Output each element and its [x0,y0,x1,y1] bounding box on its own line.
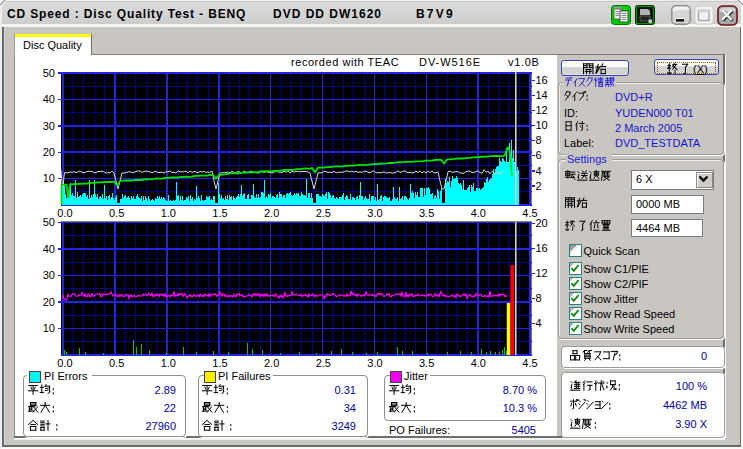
svg-text:4: 4 [536,165,542,177]
svg-text:0.0: 0.0 [57,357,72,369]
svg-text:8: 8 [536,292,542,304]
svg-text:3.5: 3.5 [419,207,434,219]
svg-text:DV-W516E: DV-W516E [419,56,481,68]
svg-text:10: 10 [43,322,55,334]
svg-text:10: 10 [43,172,55,184]
svg-text:16: 16 [536,74,548,86]
svg-text:3.0: 3.0 [367,357,382,369]
svg-text:30: 30 [43,120,55,132]
svg-text:8: 8 [536,134,542,146]
svg-text:3.0: 3.0 [367,207,382,219]
svg-text:0.5: 0.5 [109,207,124,219]
svg-text:1.0: 1.0 [161,357,176,369]
svg-text:1.0: 1.0 [161,207,176,219]
svg-text:0.5: 0.5 [109,357,124,369]
svg-text:40: 40 [43,93,55,105]
svg-text:6: 6 [536,149,542,161]
svg-text:30: 30 [43,269,55,281]
svg-text:2.5: 2.5 [316,357,331,369]
svg-text:2.0: 2.0 [264,207,279,219]
svg-text:2: 2 [536,180,542,192]
svg-text:0.0: 0.0 [57,207,72,219]
svg-text:4.5: 4.5 [522,207,537,219]
svg-text:10: 10 [536,119,548,131]
svg-text:4: 4 [536,317,542,329]
svg-text:50: 50 [43,216,55,228]
svg-text:20: 20 [43,296,55,308]
svg-text:3.5: 3.5 [419,357,434,369]
svg-text:4.0: 4.0 [471,357,486,369]
svg-text:16: 16 [536,242,548,254]
svg-text:12: 12 [536,104,548,116]
svg-text:20: 20 [536,217,548,229]
svg-text:2.5: 2.5 [316,207,331,219]
svg-text:4.0: 4.0 [471,207,486,219]
svg-text:2.0: 2.0 [264,357,279,369]
svg-text:20: 20 [43,146,55,158]
svg-text:12: 12 [536,267,548,279]
svg-text:v1.0B: v1.0B [508,56,540,68]
svg-text:40: 40 [43,243,55,255]
svg-text:50: 50 [43,67,55,79]
svg-text:recorded with TEAC: recorded with TEAC [291,56,399,68]
svg-text:1.5: 1.5 [212,207,227,219]
svg-text:14: 14 [536,89,548,101]
svg-text:1.5: 1.5 [212,357,227,369]
